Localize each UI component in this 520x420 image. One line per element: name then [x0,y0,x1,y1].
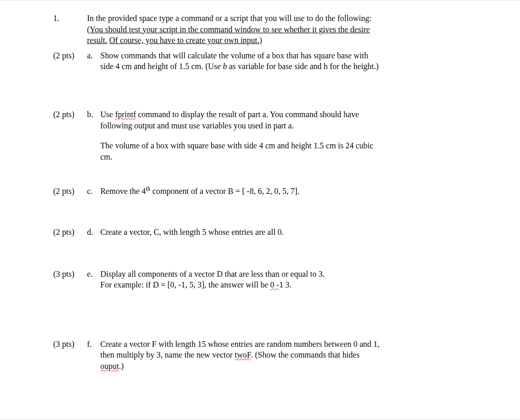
part-b-output-line1: The volume of a box with square base wit… [100,140,484,151]
part-f-line3: ouput.) [100,361,484,372]
intro-underlined-2a: result. [87,36,107,45]
intro-line2: (You should test your script in the comm… [87,24,484,35]
part-e-letter: e. [87,269,100,280]
part-b-line2: following output and must use variables … [100,120,484,131]
part-c-sup: th [146,186,150,192]
part-c: (2 pts) c. Remove the 4th component of a… [53,186,484,197]
part-a-line2-pre: side 4 cm and height of 1.5 cm. (Use [100,62,223,71]
part-f-line2: then multiply by 3, name the new vector … [100,349,484,361]
part-e-example-values: 0 - [270,280,279,289]
part-e-line2: For example: if D = [0, -1, 5, 3], the a… [100,279,484,291]
part-f-line1: Create a vector F with length 15 whose e… [100,339,484,350]
part-b: (2 pts) b. Use fprintf command to displa… [53,109,484,162]
part-d-body: Create a vector, C, with length 5 whose … [100,227,484,238]
part-d-points: (2 pts) [53,227,87,238]
part-f-twoF: twoF [235,350,251,359]
part-f-ouput: ouput [100,362,119,370]
part-b-line1-pre: Use [100,110,115,119]
document-content: 1. In the provided space type a command … [53,13,484,372]
part-e-line1: Display all components of a vector D tha… [100,269,484,280]
part-b-line1: Use fprintf command to display the resul… [100,109,484,120]
part-f-letter: f. [87,339,100,350]
part-e-line2-pre: For example: if D = [0, -1, 5, 3], the a… [100,280,270,289]
part-c-body: Remove the 4th component of a vector B =… [100,186,484,197]
part-e-body: Display all components of a vector D tha… [100,269,484,291]
part-f-points: (3 pts) [53,339,87,350]
question-intro: In the provided space type a command or … [87,13,484,46]
part-a-var-b: b [223,62,227,71]
part-c-pre: Remove the 4 [100,187,146,195]
part-b-points: (2 pts) [53,109,87,120]
part-b-body: Use fprintf command to display the resul… [100,109,484,162]
part-a-line2-post: as variable for base side and h for the … [227,62,379,71]
part-d-letter: d. [87,227,100,238]
intro-line3: result. Of course, you have to create yo… [87,35,484,46]
part-a-line1: Show commands that will calculate the vo… [100,50,484,61]
part-f-line3-post: .) [119,362,123,370]
part-a-line2: side 4 cm and height of 1.5 cm. (Use b a… [100,61,484,72]
part-e: (3 pts) e. Display all components of a v… [53,269,484,291]
part-c-points: (2 pts) [53,186,87,197]
intro-underlined-1: (You should test your script in the comm… [87,25,370,34]
part-f: (3 pts) f. Create a vector F with length… [53,339,484,372]
part-a: (2 pts) a. Show commands that will calcu… [53,50,484,72]
page: 1. In the provided space type a command … [0,0,520,420]
part-c-post: component of a vector B = [ -8, 6, 2, 0,… [150,187,299,195]
part-c-letter: c. [87,186,100,197]
intro-underlined-2b: Of course, you have to create your own i… [110,36,259,45]
question-number: 1. [53,13,87,24]
part-b-fprintf: fprintf [115,110,136,119]
part-e-line2-post: 1 3. [279,280,291,289]
question-header: 1. In the provided space type a command … [53,13,484,46]
part-a-points: (2 pts) [53,50,87,61]
part-f-line2-pre: then multiply by 3, name the new vector [100,350,235,359]
part-a-letter: a. [87,50,100,61]
part-b-line1-post: command to display the result of part a.… [136,110,359,119]
part-b-letter: b. [87,109,100,120]
part-b-output-line2: cm. [100,151,484,163]
part-e-points: (3 pts) [53,269,87,280]
intro-line1: In the provided space type a command or … [87,13,484,24]
part-f-body: Create a vector F with length 15 whose e… [100,339,484,372]
part-d: (2 pts) d. Create a vector, C, with leng… [53,227,484,238]
part-a-body: Show commands that will calculate the vo… [100,50,484,72]
intro-paren-close: ) [259,36,262,45]
part-f-line2-post: . (Show the commands that hides [251,350,359,359]
